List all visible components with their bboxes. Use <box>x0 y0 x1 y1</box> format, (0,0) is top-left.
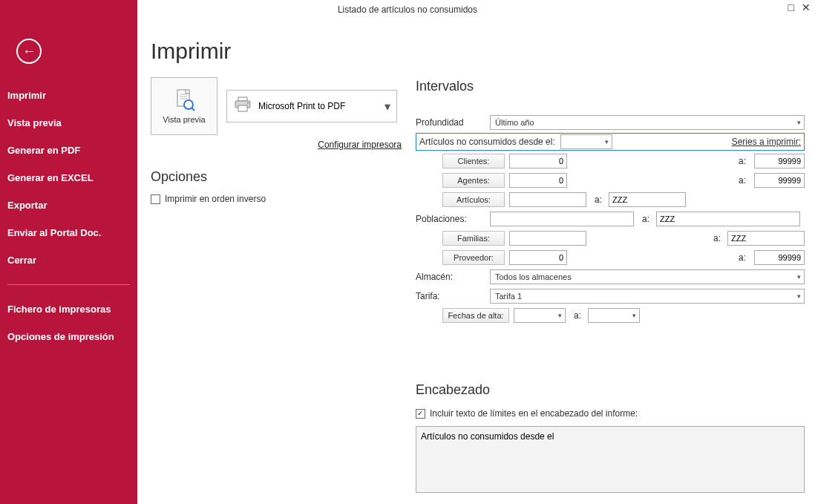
side-enviar-portal[interactable]: Enviar al Portal Doc. <box>0 219 137 246</box>
document-magnify-icon <box>171 88 197 114</box>
familias-to[interactable] <box>727 231 805 246</box>
familias-label[interactable]: Familias: <box>442 231 505 246</box>
poblaciones-label: Poblaciones: <box>416 214 490 224</box>
no-consumidos-date[interactable] <box>560 134 612 149</box>
clientes-from[interactable] <box>509 154 567 168</box>
profundidad-label: Profundidad <box>416 117 490 128</box>
preview-label: Vista previa <box>163 115 205 124</box>
familias-from[interactable] <box>509 231 586 246</box>
almacen-select[interactable]: Todos los almacenes <box>490 269 805 284</box>
intervalos-panel: Intervalos Profundidad Último año Artícu… <box>416 79 805 326</box>
side-opciones-impresion[interactable]: Opciones de impresión <box>0 323 137 350</box>
svg-line-5 <box>192 108 194 111</box>
tarifa-select[interactable]: Tarifa 1 <box>490 289 805 304</box>
no-consumidos-label: Artículos no consumidos desde el: <box>419 137 560 147</box>
svg-rect-8 <box>238 105 247 111</box>
side-fichero-impresoras[interactable]: Fichero de impresoras <box>0 295 137 323</box>
profundidad-select[interactable]: Último año <box>490 115 805 130</box>
svg-rect-6 <box>238 97 247 101</box>
articulos-from[interactable] <box>509 192 586 207</box>
side-exportar[interactable]: Exportar <box>0 192 137 219</box>
proveedor-to[interactable] <box>754 250 805 265</box>
articulos-to[interactable] <box>609 192 686 207</box>
incluir-checkbox[interactable] <box>416 409 425 419</box>
reverse-label: Imprimir en orden inverso <box>165 194 266 204</box>
side-imprimir[interactable]: Imprimir <box>0 82 137 109</box>
clientes-to[interactable] <box>754 154 805 168</box>
poblaciones-to[interactable] <box>656 212 800 226</box>
agentes-from[interactable] <box>509 173 567 188</box>
sidebar: ← Imprimir Vista previa Generar en PDF G… <box>0 0 137 504</box>
window-title: Listado de artículos no consumidos <box>338 4 477 15</box>
preview-button[interactable]: Vista previa <box>151 77 217 135</box>
sidebar-separator <box>7 284 130 285</box>
encabezado-panel: Encabezado Incluir texto de límites en e… <box>416 382 805 496</box>
encabezado-title: Encabezado <box>416 382 805 398</box>
configure-printer-link[interactable]: Configurar impresora <box>151 140 402 150</box>
side-cerrar[interactable]: Cerrar <box>0 246 137 274</box>
page-title: Imprimir <box>151 39 802 64</box>
articulos-label[interactable]: Artículos: <box>442 192 505 207</box>
side-vista-previa[interactable]: Vista previa <box>0 109 137 137</box>
poblaciones-from[interactable] <box>490 212 634 226</box>
proveedor-label[interactable]: Proveedor: <box>442 250 505 265</box>
chevron-down-icon: ▾ <box>384 99 390 114</box>
almacen-label: Almacén: <box>416 272 490 282</box>
maximize-icon[interactable]: □ <box>788 1 794 13</box>
side-generar-excel[interactable]: Generar en EXCEL <box>0 164 137 192</box>
no-consumidos-row: Artículos no consumidos desde el: Series… <box>416 133 805 151</box>
fechas-from[interactable] <box>514 308 566 323</box>
clientes-label[interactable]: Clientes: <box>442 154 505 168</box>
printer-icon <box>233 96 252 116</box>
agentes-to[interactable] <box>754 173 805 188</box>
tarifa-label: Tarifa: <box>416 291 490 301</box>
printer-select[interactable]: Microsoft Print to PDF ▾ <box>226 90 397 122</box>
side-generar-pdf[interactable]: Generar en PDF <box>0 137 137 164</box>
incluir-label: Incluir texto de límites en el encabezad… <box>430 408 638 419</box>
a-label: a: <box>735 156 750 166</box>
agentes-label[interactable]: Agentes: <box>442 173 505 188</box>
fechas-to[interactable] <box>588 308 640 323</box>
proveedor-from[interactable] <box>509 250 567 265</box>
printer-name: Microsoft Print to PDF <box>258 101 345 111</box>
svg-point-9 <box>247 102 249 104</box>
encabezado-text[interactable] <box>416 426 805 493</box>
intervalos-title: Intervalos <box>416 79 805 94</box>
reverse-checkbox[interactable] <box>151 194 160 204</box>
fechas-label[interactable]: Fechas de alta: <box>442 308 509 323</box>
series-imprimir-link[interactable]: Series a imprimir: <box>732 137 801 147</box>
back-button[interactable]: ← <box>16 39 42 64</box>
close-icon[interactable]: ✕ <box>802 1 811 13</box>
